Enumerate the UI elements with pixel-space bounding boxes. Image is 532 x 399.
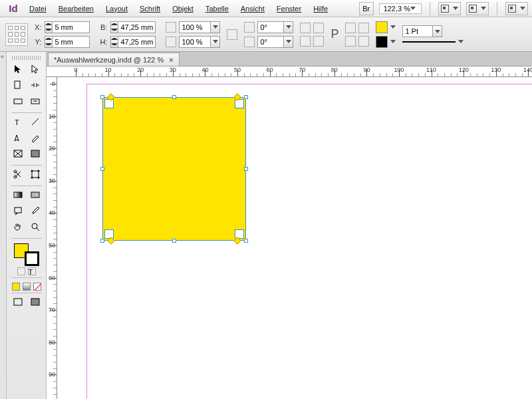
- shear-icon: [244, 37, 255, 47]
- content-placer-tool[interactable]: [28, 94, 43, 108]
- y-input[interactable]: [53, 36, 90, 48]
- flip-vertical-icon[interactable]: [313, 36, 324, 47]
- free-transform-tool[interactable]: [28, 168, 43, 181]
- x-input[interactable]: [53, 21, 90, 33]
- line-tool[interactable]: [28, 115, 43, 128]
- screen-mode-button[interactable]: [466, 2, 489, 15]
- rotation-field[interactable]: [257, 21, 293, 33]
- fill-stroke-selector[interactable]: [14, 243, 39, 266]
- panel-collapse-strip[interactable]: «: [0, 52, 7, 399]
- flip-horizontal-icon[interactable]: [300, 36, 311, 47]
- horizontal-ruler[interactable]: 0102030405060708090100110120130140: [47, 66, 532, 77]
- content-collector-tool[interactable]: [11, 94, 25, 108]
- note-tool[interactable]: [11, 204, 25, 217]
- x-field[interactable]: [45, 21, 90, 33]
- resize-handle[interactable]: [100, 167, 104, 171]
- vertical-ruler[interactable]: 010203040506070809010: [47, 77, 57, 399]
- arrange-documents-button[interactable]: [505, 2, 528, 15]
- document-tab[interactable]: *Auswahlwerkzeug.indd @ 122 % ×: [48, 53, 180, 66]
- shear-input[interactable]: [257, 36, 284, 48]
- pencil-tool[interactable]: [28, 131, 43, 144]
- stroke-color-icon[interactable]: [25, 251, 39, 266]
- type-tool[interactable]: T: [11, 115, 25, 128]
- menu-hilfe[interactable]: Hilfe: [308, 3, 333, 15]
- menu-datei[interactable]: Datei: [24, 3, 52, 15]
- rotate-ccw-icon[interactable]: [300, 23, 311, 33]
- control-panel: X: Y: B: H:: [0, 17, 532, 52]
- width-field[interactable]: [110, 21, 156, 33]
- menu-bearbeiten[interactable]: Bearbeiten: [53, 3, 99, 15]
- select-container-icon[interactable]: [345, 23, 356, 33]
- resize-handle[interactable]: [172, 95, 176, 99]
- apply-color-icon[interactable]: [12, 283, 20, 291]
- select-previous-icon[interactable]: [345, 36, 356, 47]
- gap-tool[interactable]: [28, 78, 43, 92]
- scale-y-field[interactable]: [179, 36, 220, 48]
- chevron-down-icon[interactable]: [390, 25, 396, 29]
- apply-gradient-icon[interactable]: [23, 283, 31, 291]
- scale-x-field[interactable]: [179, 21, 220, 33]
- close-tab-icon[interactable]: ×: [169, 56, 173, 64]
- rotate-cw-icon[interactable]: [313, 23, 324, 33]
- height-input[interactable]: [118, 36, 156, 48]
- gradient-feather-tool[interactable]: [28, 188, 43, 201]
- select-next-icon[interactable]: [358, 36, 369, 47]
- preview-mode[interactable]: [28, 295, 43, 309]
- resize-handle[interactable]: [100, 95, 104, 99]
- width-input[interactable]: [118, 21, 156, 33]
- y-field[interactable]: [45, 36, 90, 48]
- scale-x-input[interactable]: [179, 21, 211, 33]
- document-canvas[interactable]: [57, 77, 532, 399]
- svg-rect-18: [31, 299, 39, 305]
- shear-field[interactable]: [257, 36, 293, 48]
- resize-handle[interactable]: [100, 239, 104, 243]
- hand-tool[interactable]: [11, 220, 25, 233]
- normal-view-mode[interactable]: [11, 295, 25, 309]
- stroke-weight-input[interactable]: [402, 25, 433, 37]
- fill-swatch[interactable]: [376, 21, 388, 33]
- resize-handle[interactable]: [244, 95, 248, 99]
- rectangle-frame-tool[interactable]: [11, 147, 25, 160]
- reference-point-selector[interactable]: [5, 23, 28, 46]
- menu-schrift[interactable]: Schrift: [134, 3, 166, 15]
- resize-handle[interactable]: [172, 239, 176, 243]
- menu-ansicht[interactable]: Ansicht: [235, 3, 270, 15]
- stroke-swatch[interactable]: [376, 36, 388, 48]
- selection-tool[interactable]: [11, 63, 25, 76]
- zoom-level-dropdown[interactable]: 122,3 %: [379, 3, 422, 14]
- select-content-icon[interactable]: [358, 23, 369, 33]
- menu-tabelle[interactable]: Tabelle: [200, 3, 234, 15]
- direct-selection-tool[interactable]: [28, 63, 43, 76]
- formatting-container-icon[interactable]: [17, 267, 25, 275]
- apply-none-icon[interactable]: [33, 283, 41, 291]
- formatting-text-icon[interactable]: T: [28, 267, 36, 275]
- stroke-style-dropdown[interactable]: [402, 40, 464, 43]
- scissors-tool[interactable]: [11, 168, 25, 181]
- chevron-left-icon: «: [1, 53, 4, 60]
- bridge-button[interactable]: Br: [359, 2, 374, 15]
- menu-bar: Id Datei Bearbeiten Layout Schrift Objek…: [0, 0, 532, 17]
- svg-rect-1: [14, 99, 22, 104]
- scale-y-input[interactable]: [179, 36, 211, 48]
- eyedropper-tool[interactable]: [28, 204, 43, 217]
- resize-handle[interactable]: [244, 167, 248, 171]
- height-field[interactable]: [110, 36, 156, 48]
- stroke-weight-field[interactable]: [402, 25, 464, 37]
- menu-objekt[interactable]: Objekt: [167, 3, 199, 15]
- panel-grip-icon[interactable]: [12, 56, 41, 60]
- gradient-swatch-tool[interactable]: [11, 188, 25, 201]
- pen-tool[interactable]: [11, 131, 25, 144]
- rotation-input[interactable]: [257, 21, 284, 33]
- corner-inset-icon: [104, 229, 114, 239]
- rectangle-tool[interactable]: [28, 147, 43, 160]
- menu-fenster[interactable]: Fenster: [271, 3, 307, 15]
- view-options-button[interactable]: [438, 2, 461, 15]
- constrain-proportions-icon[interactable]: [227, 29, 237, 40]
- zoom-tool[interactable]: [28, 220, 43, 233]
- resize-handle[interactable]: [244, 239, 248, 243]
- corner-inset-icon: [235, 99, 244, 108]
- chevron-down-icon[interactable]: [390, 40, 396, 43]
- menu-layout[interactable]: Layout: [100, 3, 133, 15]
- selected-rectangle[interactable]: [102, 97, 246, 241]
- page-tool[interactable]: [11, 78, 25, 92]
